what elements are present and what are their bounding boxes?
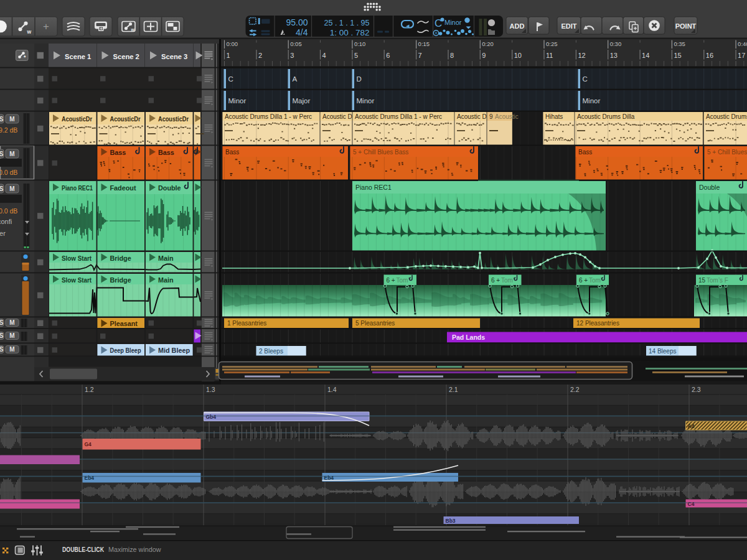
svg-text:Scene 1: Scene 1 bbox=[65, 53, 91, 60]
svg-text:POINT: POINT bbox=[675, 22, 697, 30]
svg-text:G4: G4 bbox=[85, 441, 92, 447]
svg-text:6 +: 6 + bbox=[579, 277, 588, 284]
svg-text:Scene 2: Scene 2 bbox=[113, 53, 139, 60]
svg-text:M: M bbox=[9, 346, 14, 353]
svg-text:1: 00 . 782: 1: 00 . 782 bbox=[330, 28, 370, 37]
svg-text:Gb4: Gb4 bbox=[206, 414, 217, 420]
svg-text:6: 6 bbox=[386, 52, 390, 59]
svg-text:S: S bbox=[0, 185, 4, 192]
svg-text:1.2: 1.2 bbox=[85, 386, 94, 393]
svg-text:Acoustic Drums Dilla 1 - w Per: Acoustic Drums Dilla 1 - w Perc bbox=[355, 113, 442, 120]
svg-text:M: M bbox=[9, 116, 14, 123]
svg-text:0.0 dB: 0.0 dB bbox=[0, 169, 17, 176]
svg-text:Major: Major bbox=[293, 97, 311, 105]
svg-text:25 . 1 . 1 . 95: 25 . 1 . 1 . 95 bbox=[324, 19, 370, 27]
svg-text:1.4: 1.4 bbox=[327, 386, 337, 393]
svg-text:C4: C4 bbox=[688, 501, 695, 507]
svg-text:5: 5 bbox=[354, 52, 358, 59]
svg-text:9: 9 bbox=[482, 52, 486, 59]
svg-text:Eb4: Eb4 bbox=[324, 475, 334, 481]
svg-text:M: M bbox=[9, 319, 14, 326]
svg-text:Tom’s F: Tom’s F bbox=[707, 277, 728, 284]
svg-text:S: S bbox=[0, 346, 4, 353]
svg-text:Bridge: Bridge bbox=[110, 254, 131, 262]
svg-text:w: w bbox=[131, 27, 135, 32]
svg-text:M: M bbox=[9, 151, 14, 157]
svg-text:2 Bleeps: 2 Bleeps bbox=[259, 348, 283, 355]
svg-text:15: 15 bbox=[698, 277, 706, 284]
svg-text:A: A bbox=[293, 75, 298, 83]
svg-text:Minor: Minor bbox=[583, 97, 601, 105]
svg-text:Pad Lands: Pad Lands bbox=[452, 334, 485, 341]
svg-text:0:40: 0:40 bbox=[738, 40, 747, 47]
svg-text:Deep Bleep: Deep Bleep bbox=[110, 347, 141, 354]
svg-text:Bass: Bass bbox=[578, 149, 592, 156]
svg-text:Acoustic Drums Dilla: Acoustic Drums Dilla bbox=[577, 113, 635, 120]
svg-text:S: S bbox=[0, 116, 4, 123]
svg-text:16: 16 bbox=[706, 52, 713, 59]
svg-text:8: 8 bbox=[450, 52, 454, 59]
svg-text:9: 9 bbox=[489, 113, 493, 120]
svg-text:15: 15 bbox=[674, 52, 681, 59]
svg-text:Scene 3: Scene 3 bbox=[161, 53, 187, 60]
svg-text:Minor: Minor bbox=[444, 19, 462, 26]
svg-text:EDIT: EDIT bbox=[561, 22, 576, 30]
svg-text:3: 3 bbox=[290, 52, 294, 59]
svg-text:Piano REC1: Piano REC1 bbox=[355, 184, 392, 191]
svg-text:12: 12 bbox=[578, 52, 585, 59]
svg-text:2.2: 2.2 bbox=[570, 386, 580, 393]
svg-text:Tom’: Tom’ bbox=[397, 277, 410, 284]
svg-text:S: S bbox=[0, 319, 4, 326]
svg-text:Minor: Minor bbox=[357, 97, 375, 105]
svg-text:2.3: 2.3 bbox=[692, 386, 701, 393]
svg-text:Acoustic Drums D: Acoustic Drums D bbox=[706, 113, 747, 120]
svg-text:0:35: 0:35 bbox=[674, 40, 685, 47]
svg-text:5 + Chill Blues B: 5 + Chill Blues B bbox=[707, 149, 747, 156]
svg-text:DOUBLE-CLICK: DOUBLE-CLICK bbox=[62, 546, 104, 553]
svg-text:0:10: 0:10 bbox=[354, 40, 366, 47]
svg-text:Acoustic Drums Dilla 1 - w Per: Acoustic Drums Dilla 1 - w Perc bbox=[225, 113, 312, 120]
svg-text:M: M bbox=[9, 332, 14, 339]
svg-text:Piano REC1: Piano REC1 bbox=[62, 184, 93, 192]
svg-text:6 +: 6 + bbox=[387, 277, 395, 284]
svg-text:Maximize window: Maximize window bbox=[108, 546, 161, 553]
svg-text:AcousticDr: AcousticDr bbox=[158, 115, 189, 123]
svg-text:Acoustic: Acoustic bbox=[495, 113, 519, 120]
svg-text:Acoustic D: Acoustic D bbox=[322, 113, 352, 120]
svg-text:ter: ter bbox=[0, 230, 6, 237]
svg-text:D: D bbox=[357, 75, 362, 83]
svg-text:7: 7 bbox=[418, 52, 422, 59]
svg-text:Tom’: Tom’ bbox=[589, 277, 602, 284]
svg-text:Bass: Bass bbox=[158, 149, 174, 156]
svg-text:0:25: 0:25 bbox=[546, 40, 558, 47]
svg-text:Main: Main bbox=[158, 276, 174, 284]
svg-text:2.1: 2.1 bbox=[449, 386, 458, 393]
svg-text:Double: Double bbox=[699, 184, 720, 191]
svg-text:5 + Chill Blues Bass: 5 + Chill Blues Bass bbox=[353, 149, 408, 156]
svg-text:2: 2 bbox=[258, 52, 262, 59]
svg-text:5 Pleasantries: 5 Pleasantries bbox=[355, 320, 395, 327]
svg-text:13: 13 bbox=[610, 52, 618, 59]
svg-text:4/4: 4/4 bbox=[296, 27, 308, 37]
svg-text:1: 1 bbox=[227, 52, 230, 59]
svg-text:*: * bbox=[24, 54, 26, 60]
svg-text:14 Bleeps: 14 Bleeps bbox=[649, 348, 676, 355]
svg-text:0:20: 0:20 bbox=[482, 40, 494, 47]
svg-text:Bass: Bass bbox=[110, 149, 126, 156]
svg-text:10: 10 bbox=[514, 52, 522, 59]
svg-text:Bridge: Bridge bbox=[110, 276, 131, 284]
svg-text:6 +: 6 + bbox=[491, 277, 500, 284]
svg-text:Minor: Minor bbox=[228, 97, 247, 105]
svg-text:0.0 dB: 0.0 dB bbox=[0, 207, 17, 215]
svg-text:C: C bbox=[228, 75, 233, 83]
svg-text:Pleasant: Pleasant bbox=[110, 320, 138, 327]
svg-text:Acoustic D: Acoustic D bbox=[457, 113, 487, 120]
svg-text:1 Pleasantries: 1 Pleasantries bbox=[227, 320, 266, 327]
svg-text:C: C bbox=[583, 75, 588, 83]
svg-text:Main: Main bbox=[158, 254, 174, 262]
svg-text:Slow Start: Slow Start bbox=[62, 276, 92, 284]
svg-text:Eb4: Eb4 bbox=[85, 475, 95, 481]
svg-text:9.2 dB: 9.2 dB bbox=[0, 126, 17, 134]
svg-text:S: S bbox=[0, 332, 4, 339]
svg-text:0:00: 0:00 bbox=[227, 40, 238, 47]
